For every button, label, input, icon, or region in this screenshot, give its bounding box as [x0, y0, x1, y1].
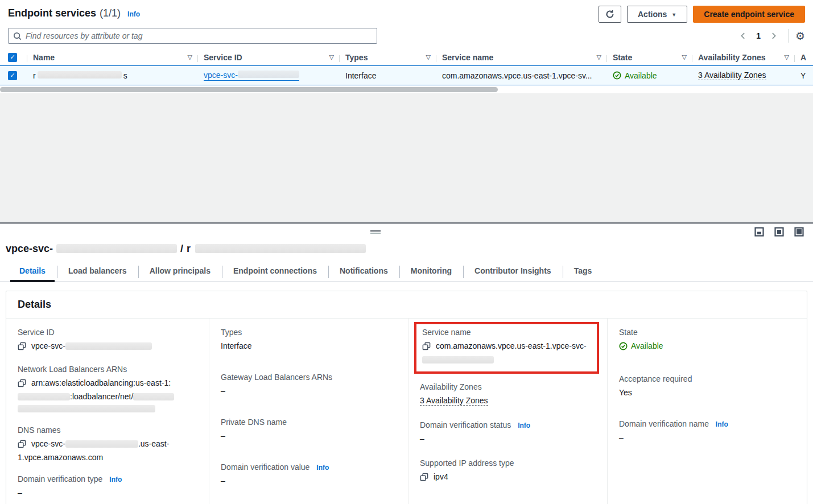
row-select-cell: ✓ [0, 71, 27, 80]
gear-icon[interactable]: ⚙ [795, 31, 805, 42]
redacted-text [133, 393, 174, 400]
row-types-cell: Interface [340, 71, 436, 80]
column-header-state[interactable]: State ▽ [607, 53, 692, 62]
field-domain-verification-value: Domain verification value Info – [221, 462, 399, 487]
next-page-button[interactable] [766, 28, 781, 43]
service-id-link[interactable]: vpce-svc- [204, 71, 299, 81]
redacted-text [195, 244, 366, 253]
tab-details[interactable]: Details [8, 262, 57, 282]
redacted-text [422, 356, 494, 363]
resource-count: (1/1) [100, 7, 121, 19]
column-header-service-name[interactable]: Service name ▽ [436, 53, 607, 62]
field-availability-zones: Availability Zones 3 Availability Zones [420, 382, 598, 407]
column-header-name[interactable]: Name ▽ [27, 53, 198, 62]
field-nlb-arns: Network Load Balancers ARNs arn:aws:elas… [18, 365, 200, 415]
row-state-cell: Available [607, 71, 692, 80]
tab-monitoring[interactable]: Monitoring [399, 262, 463, 282]
redacted-text [238, 71, 299, 78]
tab-endpoint-connections[interactable]: Endpoint connections [222, 262, 328, 282]
select-all-checkbox[interactable]: ✓ [8, 53, 17, 62]
tab-notifications[interactable]: Notifications [328, 262, 399, 282]
chevron-right-icon [770, 32, 778, 40]
toolbar: 1 ⚙ [0, 23, 813, 49]
check-circle-icon [613, 71, 621, 80]
tab-allow-principals[interactable]: Allow principals [138, 262, 222, 282]
panel-size-controls [754, 227, 804, 237]
refresh-icon [605, 10, 614, 19]
info-link[interactable]: Info [127, 10, 140, 18]
availability-zones-link[interactable]: 3 Availability Zones [420, 396, 488, 406]
table-row[interactable]: ✓ r s vpce-svc- Interface com.amazonaws.… [0, 65, 813, 85]
column-header-service-id[interactable]: Service ID ▽ [198, 53, 340, 62]
filter-icon[interactable]: ▽ [785, 53, 789, 61]
copy-icon[interactable] [18, 379, 26, 391]
horizontal-scrollbar [0, 85, 813, 93]
field-domain-verification-status: Domain verification status Info – [420, 420, 598, 445]
actions-button[interactable]: Actions ▼ [627, 6, 687, 23]
previous-page-button[interactable] [736, 28, 750, 43]
create-endpoint-service-button[interactable]: Create endpoint service [693, 6, 805, 23]
list-pane-background [0, 93, 813, 222]
copy-icon[interactable] [422, 342, 431, 354]
field-dns-names: DNS names vpce-svc-.us-east-1.vpce.amazo… [18, 425, 200, 464]
info-link[interactable]: Info [316, 464, 329, 472]
field-types: Types Interface [221, 328, 399, 352]
page-header: Endpoint services (1/1) Info Actions ▼ C… [0, 0, 813, 23]
tab-load-balancers[interactable]: Load balancers [57, 262, 138, 282]
info-link[interactable]: Info [716, 420, 728, 428]
state-value: Available [619, 340, 663, 352]
divider [788, 29, 789, 43]
filter-icon[interactable]: ▽ [188, 53, 192, 61]
create-endpoint-service-label: Create endpoint service [704, 10, 794, 19]
tab-tags[interactable]: Tags [563, 262, 604, 282]
field-service-name: Service name com.amazonaws.vpce.us-east-… [422, 328, 592, 366]
column-header-types[interactable]: Types ▽ [340, 53, 436, 62]
search-icon [13, 32, 22, 40]
availability-zones-link[interactable]: 3 Availability Zones [698, 71, 766, 80]
copy-icon[interactable] [18, 342, 26, 354]
filter-icon[interactable]: ▽ [682, 53, 687, 61]
filter-icon[interactable]: ▽ [426, 53, 431, 61]
redacted-text [65, 342, 152, 350]
details-column-1: Service ID vpce-svc- Network Load Balan [6, 319, 209, 504]
redacted-text [65, 440, 138, 448]
field-acceptance-required: Acceptance required Yes [619, 374, 798, 399]
info-link[interactable]: Info [109, 476, 122, 484]
details-card-heading: Details [6, 291, 807, 319]
info-link[interactable]: Info [518, 422, 530, 429]
horizontal-scrollbar-thumb[interactable] [0, 87, 498, 92]
current-page-number[interactable]: 1 [753, 31, 764, 40]
row-checkbox[interactable]: ✓ [8, 71, 17, 80]
search-input[interactable] [26, 31, 372, 40]
row-name-cell: r s [27, 71, 198, 80]
redacted-text [38, 71, 122, 79]
split-panel-drag-handle[interactable] [370, 230, 381, 235]
column-header-availability-zones[interactable]: Availability Zones ▽ [692, 53, 795, 62]
detail-tabs: Details Load balancers Allow principals … [0, 262, 813, 282]
details-column-4: State Available Acceptance required [607, 319, 807, 504]
details-card: Details Service ID vpce-svc- [6, 291, 807, 504]
copy-icon[interactable] [18, 440, 26, 452]
detail-panel: vpce-svc- / r Details Load balancers All… [0, 224, 813, 504]
filter-icon[interactable]: ▽ [597, 53, 601, 61]
column-header-clipped[interactable]: A [795, 53, 813, 62]
redacted-text [56, 244, 177, 253]
field-private-dns-name: Private DNS name – [221, 418, 399, 442]
search-box[interactable] [8, 28, 377, 44]
filter-icon[interactable]: ▽ [329, 53, 334, 61]
panel-size-small-icon[interactable] [754, 227, 764, 237]
check-circle-icon [619, 342, 628, 350]
row-availability-zones-cell: 3 Availability Zones [692, 71, 795, 80]
refresh-button[interactable] [599, 6, 621, 23]
panel-size-medium-icon[interactable] [774, 227, 784, 237]
field-domain-verification-name: Domain verification name Info – [619, 419, 798, 444]
tab-contributor-insights[interactable]: Contributor Insights [463, 262, 563, 282]
state-value: Available [613, 71, 657, 80]
split-panel-bar [0, 224, 813, 241]
details-column-2: Types Interface Gateway Load Balancers A… [209, 319, 408, 504]
panel-size-large-icon[interactable] [794, 227, 804, 237]
header-actions: Actions ▼ Create endpoint service [599, 6, 805, 23]
caret-down-icon: ▼ [671, 13, 676, 18]
copy-icon[interactable] [420, 473, 428, 485]
field-state: State Available [619, 328, 798, 354]
